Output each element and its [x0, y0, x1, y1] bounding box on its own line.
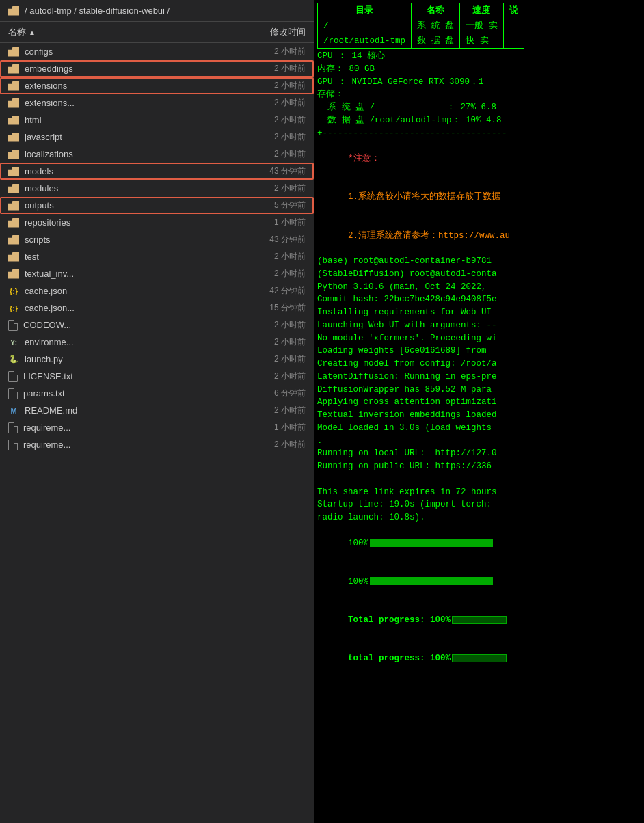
file-time: 2 小时前 [237, 183, 306, 194]
table-header-speed: 速度 [460, 3, 504, 18]
list-item[interactable]: outputs5 分钟前 [0, 197, 314, 214]
folder-icon [8, 218, 19, 228]
list-item[interactable]: Y:environme...2 小时前 [0, 334, 314, 351]
list-item[interactable]: modules2 小时前 [0, 180, 314, 197]
file-name: requireme... [23, 440, 232, 450]
file-time: 42 分钟前 [237, 285, 306, 297]
file-time: 2 小时前 [237, 405, 306, 416]
file-time: 2 小时前 [237, 46, 306, 57]
file-name: textual_inv... [25, 269, 232, 279]
model-loaded: Model loaded in 3.0s (load weights [317, 422, 641, 435]
file-name: outputs [25, 200, 232, 211]
file-time: 2 小时前 [237, 114, 306, 126]
storage-data: 数 据 盘 /root/autodl-tmp： 10% 4.8 [317, 114, 641, 127]
list-item[interactable]: LICENSE.txt2 小时前 [0, 368, 314, 385]
latent-diffusion: LatentDiffusion: Running in eps-pre [317, 370, 641, 383]
folder-icon [8, 64, 19, 74]
file-time: 1 小时前 [237, 217, 306, 228]
list-item[interactable]: requireme...1 小时前 [0, 419, 314, 436]
list-item[interactable]: {:}cache.json42 分钟前 [0, 282, 314, 299]
file-icon [8, 371, 18, 382]
python-line: Python 3.10.6 (main, Oct 24 2022, [317, 281, 641, 294]
file-name: params.txt [23, 388, 232, 399]
total-progress-2: total progress: 100% [317, 640, 641, 678]
file-name: javascript [25, 132, 232, 142]
applying-cross: Applying cross attention optimizati [317, 396, 641, 409]
commit-line: Commit hash: 22bcc7be428c94e9408f5e [317, 293, 641, 306]
list-item[interactable]: MREADME.md2 小时前 [0, 402, 314, 419]
list-item[interactable]: textual_inv...2 小时前 [0, 265, 314, 282]
file-time: 2 小时前 [237, 97, 306, 109]
folder-icon [8, 252, 19, 262]
md-icon: M [8, 407, 19, 415]
file-time: 2 小时前 [237, 319, 306, 331]
file-name: scripts [25, 234, 232, 245]
list-item[interactable]: configs2 小时前 [0, 43, 314, 60]
json-icon: {:} [8, 286, 19, 297]
file-icon [8, 440, 18, 450]
file-time: 2 小时前 [237, 131, 306, 143]
list-item[interactable]: {:}cache.json...15 分钟前 [0, 299, 314, 316]
file-name: cache.json... [25, 303, 232, 313]
notice-2: 2.清理系统盘请参考：https://www.au [317, 217, 641, 255]
list-item[interactable]: scripts43 分钟前 [0, 231, 314, 248]
col-name-header[interactable]: 名称 ▲ [8, 26, 234, 38]
list-item[interactable]: CODEOW...2 小时前 [0, 316, 314, 334]
folder-icon [8, 133, 19, 142]
file-name: test [25, 252, 232, 262]
diffusion-wrapper: DiffusionWrapper has 859.52 M para [317, 383, 641, 396]
folder-icon [8, 81, 19, 91]
list-item[interactable]: repositories1 小时前 [0, 214, 314, 231]
file-name: extensions... [25, 98, 232, 108]
list-item[interactable]: html2 小时前 [0, 111, 314, 129]
list-item[interactable]: javascript2 小时前 [0, 129, 314, 146]
file-name: README.md [25, 405, 232, 416]
col-time-header[interactable]: 修改时间 [237, 26, 306, 38]
list-item[interactable]: params.txt6 分钟前 [0, 385, 314, 402]
list-item[interactable]: extensions2 小时前 [0, 77, 314, 94]
base-prompt: (base) root@autodl-container-b9781 [317, 255, 641, 268]
file-time: 2 小时前 [237, 353, 306, 365]
creating-model: Creating model from config: /root/a [317, 357, 641, 370]
progress-bar-1: 100% [317, 524, 641, 563]
notice-1: 1.系统盘较小请将大的数据存放于数据 [317, 178, 641, 217]
folder-icon [8, 150, 19, 159]
terminal-content: 目录 名称 速度 说 / 系 统 盘 一般 实 /root/autodl-tmp… [317, 3, 641, 820]
sort-arrow: ▲ [29, 29, 36, 36]
storage-sys: 系 统 盘 / ： 27% 6.8 [317, 101, 641, 114]
file-name: environme... [25, 337, 232, 347]
file-time: 2 小时前 [237, 63, 306, 75]
file-name: models [25, 166, 232, 176]
file-time: 2 小时前 [237, 148, 306, 160]
folder-icon [8, 98, 19, 108]
table-row: /root/autodl-tmp 数 据 盘 快 实 [318, 33, 524, 49]
file-name: modules [25, 183, 232, 193]
file-name: configs [25, 46, 232, 57]
file-icon [8, 320, 18, 331]
list-item[interactable]: extensions...2 小时前 [0, 94, 314, 111]
folder-icon [8, 47, 19, 57]
list-item[interactable]: embeddings2 小时前 [0, 60, 314, 77]
installing-line: Installing requirements for Web UI [317, 306, 641, 319]
folder-icon [8, 6, 19, 16]
folder-icon [8, 167, 19, 176]
file-time: 2 小时前 [237, 370, 306, 382]
dot-line: . [317, 435, 641, 448]
storage-header: 存储： [317, 88, 641, 101]
file-explorer-panel: / autodl-tmp / stable-diffusion-webui / … [0, 0, 314, 823]
total-progress-1: Total progress: 100% [317, 601, 641, 639]
list-item[interactable]: requireme...2 小时前 [0, 436, 314, 453]
list-item[interactable]: test2 小时前 [0, 248, 314, 265]
column-headers: 名称 ▲ 修改时间 [0, 22, 314, 43]
list-item[interactable]: localizations2 小时前 [0, 146, 314, 163]
loading-weights: Loading weights [6ce0161689] from [317, 345, 641, 357]
folder-icon [8, 116, 19, 125]
list-item[interactable]: models43 分钟前 [0, 163, 314, 180]
file-time: 5 分钟前 [237, 200, 306, 211]
file-time: 2 小时前 [237, 80, 306, 92]
list-item[interactable]: 🐍launch.py2 小时前 [0, 351, 314, 368]
python-icon: 🐍 [8, 354, 19, 365]
terminal-panel: 目录 名称 速度 说 / 系 统 盘 一般 实 /root/autodl-tmp… [314, 0, 644, 823]
gpu-line: GPU ： NVIDIA GeForce RTX 3090，1 [317, 76, 641, 89]
startup-time: Startup time: 19.0s (import torch: [317, 498, 641, 511]
